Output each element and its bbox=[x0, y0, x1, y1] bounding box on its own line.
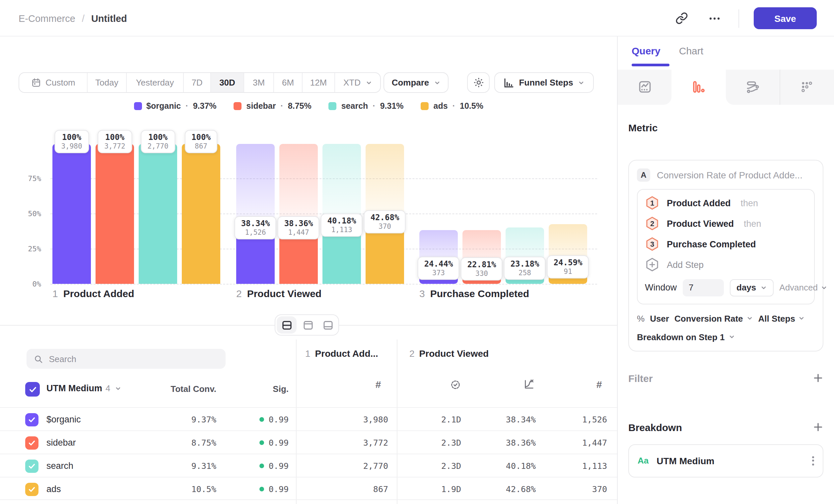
more-menu-icon[interactable] bbox=[705, 9, 724, 27]
compare-label: Compare bbox=[392, 77, 429, 88]
funnel-bar-sidebar-step1[interactable] bbox=[95, 143, 134, 284]
panel-divider bbox=[617, 37, 618, 504]
window-value-input[interactable] bbox=[683, 279, 724, 296]
bar-count-label: 3,980 bbox=[61, 142, 82, 150]
range-label: 6M bbox=[282, 77, 294, 88]
legend-item-organic[interactable]: $organic·9.37% bbox=[134, 101, 216, 111]
query-step-1[interactable]: 1Product Addedthen bbox=[645, 193, 807, 213]
bar-count-label: 1,526 bbox=[241, 228, 270, 236]
counting-method[interactable]: User bbox=[650, 313, 669, 323]
range-6m[interactable]: 6M bbox=[274, 73, 303, 92]
funnel-bar-organic-step1[interactable] bbox=[52, 143, 91, 284]
save-button[interactable]: Save bbox=[754, 7, 817, 29]
window-unit-dropdown[interactable]: days bbox=[730, 279, 773, 296]
breadcrumb-parent[interactable]: E-Commerce bbox=[19, 13, 75, 24]
compare-button[interactable]: Compare bbox=[383, 72, 448, 93]
share-link-icon[interactable] bbox=[672, 9, 691, 27]
chart-legend: $organic·9.37%sidebar·8.75%search·9.31%a… bbox=[0, 101, 617, 111]
tab-chart[interactable]: Chart bbox=[679, 45, 703, 56]
metric-header[interactable]: A Conversion Rate of Product Adde... bbox=[637, 168, 815, 181]
breakdown-on-step-dropdown[interactable]: Breakdown on Step 1 bbox=[637, 332, 815, 342]
step-number: 2 bbox=[409, 348, 415, 359]
report-title[interactable]: Untitled bbox=[91, 13, 127, 24]
step-number: 1 bbox=[52, 288, 58, 299]
range-custom[interactable]: Custom bbox=[19, 73, 88, 92]
layout-chart-only-button[interactable] bbox=[298, 315, 319, 335]
table-step2-header[interactable]: 2 Product Viewed bbox=[409, 348, 489, 359]
bar-count-label: 258 bbox=[510, 269, 540, 277]
range-30d[interactable]: 30D bbox=[211, 73, 244, 92]
chart-settings-button[interactable] bbox=[467, 72, 490, 93]
breakdown-section: Breakdown bbox=[628, 421, 824, 433]
range-xtd[interactable]: XTD bbox=[335, 73, 380, 92]
add-breakdown-button[interactable] bbox=[813, 422, 824, 432]
table-step1-header[interactable]: 1 Product Add... bbox=[305, 348, 378, 359]
analysis-type-tabs bbox=[618, 69, 834, 105]
report-canvas: CustomTodayYesterday7D30D3M6M12MXTD Comp… bbox=[0, 37, 617, 504]
y-axis-tick: 50% bbox=[13, 210, 41, 219]
retention-tab[interactable] bbox=[780, 69, 834, 105]
step-badge-number: 2 bbox=[650, 220, 654, 227]
add-step-label: Add Step bbox=[667, 260, 704, 270]
row-checkbox[interactable] bbox=[25, 459, 39, 473]
row-name: $organic bbox=[46, 408, 81, 431]
legend-swatch bbox=[134, 102, 142, 110]
step-number: 3 bbox=[419, 288, 425, 299]
sig-dot bbox=[259, 417, 264, 422]
funnel-bar-search-step1[interactable] bbox=[139, 143, 177, 284]
table-row-organic[interactable]: $organic9.37%0.993,9802.1D38.34%1,526 bbox=[0, 407, 617, 430]
add-step-button[interactable]: Add Step bbox=[645, 254, 807, 275]
filter-section: Filter bbox=[628, 372, 824, 384]
total-conv-column-header[interactable]: Total Conv. bbox=[133, 384, 216, 394]
range-yesterday[interactable]: Yesterday bbox=[127, 73, 184, 92]
chevron-down-icon bbox=[578, 79, 585, 86]
row-checkbox[interactable] bbox=[25, 482, 39, 496]
range-12m[interactable]: 12M bbox=[303, 73, 335, 92]
table-row-search[interactable]: search9.31%0.992,7702.3D40.18%1,113 bbox=[0, 454, 617, 477]
legend-item-sidebar[interactable]: sidebar·8.75% bbox=[234, 101, 311, 111]
measure-dropdown[interactable]: Conversion Rate bbox=[675, 313, 753, 323]
select-all-checkbox[interactable] bbox=[25, 382, 40, 396]
range-3m[interactable]: 3M bbox=[244, 73, 274, 92]
chevron-down-icon bbox=[115, 385, 122, 392]
panel-content: Metric A Conversion Rate of Product Adde… bbox=[618, 122, 834, 477]
steps-scope-dropdown[interactable]: All Steps bbox=[759, 313, 805, 323]
layout-split-button[interactable] bbox=[277, 316, 297, 334]
row-checkbox[interactable] bbox=[25, 413, 39, 426]
layout-table-only-button[interactable] bbox=[318, 315, 338, 335]
add-filter-button[interactable] bbox=[813, 373, 824, 383]
row-checkbox[interactable] bbox=[25, 436, 39, 449]
insights-tab[interactable] bbox=[618, 69, 672, 105]
group-by-dropdown[interactable]: UTM Medium 4 bbox=[46, 383, 122, 393]
bar-value-label: 40.18%1,113 bbox=[321, 213, 363, 237]
kebab-menu-icon[interactable] bbox=[812, 456, 814, 465]
row-step2-rate: 38.34% bbox=[488, 408, 554, 431]
funnel-bar-ads-step1[interactable] bbox=[182, 143, 220, 284]
range-label: Today bbox=[95, 77, 118, 88]
sig-column-header[interactable]: Sig. bbox=[245, 384, 289, 394]
chevron-down-icon bbox=[434, 79, 440, 86]
legend-item-ads[interactable]: ads·10.5% bbox=[421, 101, 483, 111]
table-row-ads[interactable]: ads10.5%0.998671.9D42.68%370 bbox=[0, 477, 617, 500]
range-today[interactable]: Today bbox=[88, 73, 127, 92]
legend-swatch bbox=[234, 102, 242, 110]
row-sig: 0.99 bbox=[239, 408, 289, 431]
chart-type-button[interactable]: Funnel Steps bbox=[494, 72, 594, 93]
metric-section-title: Metric bbox=[628, 122, 824, 133]
range-7d[interactable]: 7D bbox=[184, 73, 211, 92]
funnels-tab[interactable] bbox=[672, 69, 726, 105]
search-input[interactable] bbox=[49, 354, 218, 364]
step-badge-number: 1 bbox=[650, 199, 654, 207]
query-step-2[interactable]: 2Product Viewedthen bbox=[645, 213, 807, 234]
tab-query[interactable]: Query bbox=[632, 45, 660, 56]
breakdown-item[interactable]: Aa UTM Medium bbox=[628, 444, 824, 477]
query-step-3[interactable]: 3Purchase Completed bbox=[645, 234, 807, 254]
table-row-sidebar[interactable]: sidebar8.75%0.993,7722.3D38.36%1,447 bbox=[0, 430, 617, 454]
advanced-dropdown[interactable]: Advanced bbox=[779, 282, 828, 293]
legend-item-search[interactable]: search·9.31% bbox=[329, 101, 404, 111]
steps-scope-label: All Steps bbox=[759, 313, 795, 323]
bar-value-label: 100%867 bbox=[185, 130, 217, 153]
bar-value-label: 100%3,980 bbox=[54, 130, 89, 153]
bar-count-label: 330 bbox=[467, 270, 496, 277]
flows-tab[interactable] bbox=[726, 69, 780, 105]
